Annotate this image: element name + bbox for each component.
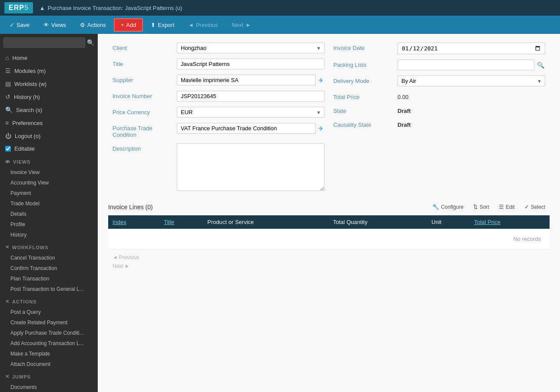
no-records-row: No records (108, 229, 550, 250)
jumps-section-icon: ✕ (5, 374, 10, 379)
col-total-quantity: Total Quantity (328, 215, 427, 229)
sidebar-search-container: 🔍 (0, 34, 98, 51)
views-section-header: 👁 VIEWS (0, 157, 98, 167)
pagination-left: ◄ Previous Next ► (109, 253, 143, 270)
sidebar-item-post-query[interactable]: Post a Query (0, 307, 98, 317)
sidebar-item-post-transaction[interactable]: Post Transaction to General L... (0, 284, 98, 294)
supplier-input[interactable] (177, 75, 316, 86)
sidebar-item-invoice-view[interactable]: Invoice View (0, 167, 98, 178)
configure-label: Configure (441, 204, 464, 210)
client-select-wrapper: Hongzhao ▼ (177, 43, 325, 53)
sidebar-item-make-template[interactable]: Make a Template (0, 349, 98, 359)
supplier-clear-button[interactable]: ✈ (318, 76, 325, 85)
client-label: Client (113, 43, 173, 51)
select-button[interactable]: ✓ Select (520, 202, 550, 212)
description-textarea[interactable] (177, 143, 325, 191)
title-row: Title (113, 59, 325, 69)
sidebar-item-history-view[interactable]: History (0, 230, 98, 240)
editable-label: Editable (14, 145, 35, 152)
col-index-link[interactable]: Index (113, 219, 126, 225)
sidebar-item-documents[interactable]: Documents (0, 382, 98, 392)
invoice-date-input[interactable] (398, 43, 545, 54)
sidebar-item-profile[interactable]: Profile (0, 219, 98, 230)
sidebar-item-attach-document[interactable]: Attach Document (0, 359, 98, 369)
col-total-price-link[interactable]: Total Price (474, 219, 500, 225)
delivery-mode-label: Delivery Mode (333, 76, 394, 84)
sidebar-item-history[interactable]: ↺ History (h) (0, 90, 98, 103)
delivery-mode-value: By Air ▼ (398, 76, 545, 86)
export-label: Export (158, 22, 174, 28)
table-next-button[interactable]: Next ► (109, 262, 133, 270)
sidebar-item-modules[interactable]: ☰ Modules (m) (0, 64, 98, 77)
sidebar-item-create-related-payment[interactable]: Create Related Payment (0, 317, 98, 328)
sidebar-item-search[interactable]: 🔍 Search (s) (0, 103, 98, 116)
purchase-trade-clear-button[interactable]: ✈ (318, 124, 325, 133)
top-bar: ERP5 ▲ Purchase Invoice Transaction: Jav… (0, 0, 560, 16)
client-row: Client Hongzhao ▼ (113, 43, 325, 53)
editable-checkbox[interactable] (5, 146, 11, 152)
configure-icon: 🔧 (432, 204, 439, 210)
col-index: Index (108, 215, 159, 229)
sidebar-item-plan-transaction[interactable]: Plan Transaction (0, 273, 98, 284)
client-select[interactable]: Hongzhao (177, 43, 325, 53)
price-currency-select[interactable]: EUR (177, 107, 325, 118)
sidebar-item-worklists[interactable]: ▤ Worklists (w) (0, 77, 98, 90)
invoice-lines-section: Invoice Lines (0) 🔧 Configure ⇅ Sort ☰ E… (108, 202, 550, 270)
col-title: Title (159, 215, 203, 229)
add-icon: + (121, 22, 124, 28)
supplier-label: Supplier (113, 75, 173, 83)
packing-lists-input[interactable] (398, 59, 534, 70)
views-icon: 👁 (43, 22, 49, 28)
price-currency-value: EUR ▼ (177, 107, 325, 118)
actions-button[interactable]: ⚙ Actions (74, 19, 112, 31)
views-button[interactable]: 👁 Views (37, 19, 72, 31)
delivery-mode-row: Delivery Mode By Air ▼ (333, 76, 545, 86)
export-button[interactable]: ⬆ Export (145, 19, 180, 31)
col-title-link[interactable]: Title (164, 219, 174, 225)
edit-button[interactable]: ☰ Edit (494, 202, 519, 212)
invoice-number-input[interactable] (177, 91, 325, 102)
packing-lists-search-button[interactable]: 🔍 (536, 61, 545, 69)
sidebar-item-accounting-view[interactable]: Accounting View (0, 178, 98, 188)
history-icon: ↺ (5, 93, 10, 100)
edit-label: Edit (506, 204, 515, 210)
col-product-service: Product or Service (203, 215, 328, 229)
sidebar-item-details[interactable]: Details (0, 209, 98, 219)
search-input[interactable] (3, 37, 85, 48)
preferences-icon: ≡ (5, 119, 9, 126)
purchase-trade-input[interactable] (177, 123, 316, 134)
sort-button[interactable]: ⇅ Sort (469, 202, 494, 212)
price-currency-label: Price Currency (113, 107, 173, 115)
sidebar-item-preferences[interactable]: ≡ Preferences (0, 116, 98, 129)
purchase-trade-row: Purchase Trade Condition ✈ (113, 123, 325, 138)
sidebar-item-logout[interactable]: ⏻ Logout (o) (0, 129, 98, 142)
delivery-mode-select[interactable]: By Air (398, 76, 545, 86)
configure-button[interactable]: 🔧 Configure (428, 202, 468, 212)
total-price-static: 0.00 (398, 92, 408, 100)
table-previous-button[interactable]: ◄ Previous (109, 253, 143, 262)
sidebar-item-apply-purchase-trade[interactable]: Apply Purchase Trade Conditi... (0, 328, 98, 338)
sidebar-item-cancel-transaction[interactable]: Cancel Transaction (0, 253, 98, 263)
page-title-text: Purchase Invoice Transaction: JavaScript… (48, 5, 182, 11)
logo-accent: 5 (24, 4, 29, 11)
invoice-table-header: Index Title Product or Service Total Qua… (108, 215, 550, 229)
title-value (177, 59, 325, 69)
sidebar-item-confirm-transaction[interactable]: Confirm Transaction (0, 263, 98, 273)
next-button[interactable]: Next ► (226, 19, 258, 31)
no-records-cell: No records (108, 229, 550, 250)
save-button[interactable]: ✓ Save (3, 19, 36, 31)
add-button[interactable]: + Add (114, 18, 143, 32)
supplier-value: ✈ (177, 75, 325, 86)
search-icon[interactable]: 🔍 (87, 39, 94, 46)
worklists-icon: ▤ (5, 80, 11, 87)
sidebar-item-logout-label: Logout (o) (15, 133, 40, 139)
sidebar-item-payment[interactable]: Payment (0, 188, 98, 198)
title-input[interactable] (177, 59, 325, 69)
sidebar-item-add-accounting-transaction[interactable]: Add Accounting Transaction L... (0, 338, 98, 349)
col-unit: Unit (427, 215, 470, 229)
sidebar-item-home[interactable]: ⌂ Home (0, 51, 98, 64)
previous-button[interactable]: ◄ Previous (182, 19, 224, 31)
erp5-logo[interactable]: ERP5 (4, 2, 33, 13)
sidebar-item-trade-model[interactable]: Trade Model (0, 198, 98, 209)
invoice-lines-table: Index Title Product or Service Total Qua… (108, 215, 550, 250)
